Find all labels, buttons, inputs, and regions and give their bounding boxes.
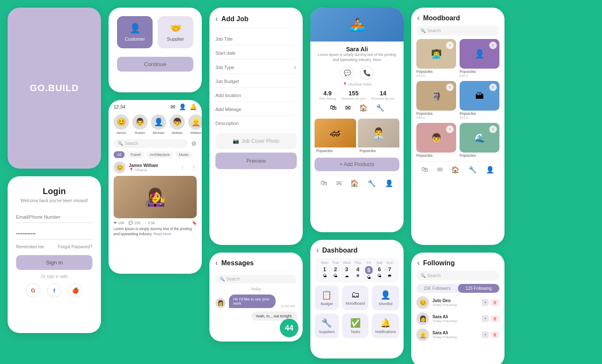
tag-architecture[interactable]: Architecture [146, 151, 173, 158]
moodboard-search[interactable]: 🔍 Search [416, 26, 499, 36]
start-date-input[interactable] [215, 50, 297, 56]
tab-followers[interactable]: 15K Followers [416, 284, 458, 293]
mood-nav-tools[interactable]: 🔧 [468, 166, 477, 174]
messages-back-button[interactable]: ‹ [215, 258, 218, 267]
preview-button[interactable]: Preview [215, 153, 297, 169]
profile-gallery: 🏎 Popsicles 👨‍💼 Popsicles [310, 119, 404, 154]
follow-del-btn-sara2[interactable]: 🗑 [491, 331, 499, 338]
mood-share-6[interactable]: ↑ [489, 125, 497, 133]
messages-search[interactable]: 🔍 Search [215, 275, 297, 283]
addjob-back-button[interactable]: ‹ [215, 14, 218, 23]
supplier-role-option[interactable]: 🤝 Supplier [158, 16, 193, 48]
cal-day-fri[interactable]: Fri 5 🌤 [365, 261, 372, 280]
job-cover-photo-button[interactable]: 📷 Job Cover Photo [215, 133, 297, 149]
dash-notifications[interactable]: 🔔 Notifications [372, 314, 399, 338]
mood-item-3[interactable]: 🗿 ↑ Popsicles £48.0 [416, 81, 456, 119]
envelope-tab[interactable]: ✉ [345, 104, 351, 112]
profile-more-link[interactable]: More [373, 58, 381, 62]
dash-moodboard[interactable]: 🗂 Moodboard [342, 286, 368, 310]
dash-suppliers[interactable]: 🔧 Suppliers [315, 314, 339, 338]
home-tab[interactable]: 🏠 [359, 104, 368, 112]
story-item-michael[interactable]: 👤 Michael [151, 114, 166, 135]
mood-share-3[interactable]: ↑ [446, 83, 454, 91]
moodboard-back-button[interactable]: ‹ [417, 14, 420, 22]
mood-nav-bag[interactable]: 🛍 [421, 166, 428, 174]
read-more-link[interactable]: Read More [153, 232, 171, 236]
customer-icon: 👤 [123, 23, 147, 34]
google-signin-button[interactable]: G [26, 283, 40, 297]
add-mileage-input[interactable] [215, 107, 297, 112]
mood-share-2[interactable]: ↑ [489, 42, 497, 49]
following-back-button[interactable]: ‹ [417, 258, 420, 267]
dash-budget[interactable]: 📋 Budget [315, 286, 339, 310]
forgot-password-link[interactable]: Forgot Password? [58, 245, 92, 249]
follow-avatar-sara1: 👩 [416, 312, 429, 325]
gallery-item-person[interactable]: 👨‍💼 Popsicles [358, 119, 399, 154]
job-title-input[interactable] [215, 36, 297, 42]
profile-chat-button[interactable]: 💬 [340, 66, 354, 80]
customer-role-option[interactable]: 👤 Customer [117, 16, 153, 48]
nav-user-icon[interactable]: 👤 [385, 179, 393, 187]
password-field[interactable] [16, 228, 92, 239]
add-products-button[interactable]: + Add Products [315, 158, 399, 171]
signin-button[interactable]: Sign in [16, 255, 92, 270]
mood-item-2[interactable]: 👤 ↑ Popsicles £30.0 [460, 39, 499, 78]
mood-share-5[interactable]: ↑ [446, 125, 454, 133]
mood-nav-envelope[interactable]: ✉ [437, 166, 443, 174]
follow-del-btn-sara1[interactable]: 🗑 [491, 315, 499, 322]
dashboard-back-button[interactable]: ‹ [316, 246, 319, 255]
follow-name-sara1: Sara Ali [432, 314, 457, 319]
story-item-william1[interactable]: 👦 William [170, 114, 185, 135]
nav-envelope-icon[interactable]: ✉ [336, 179, 342, 187]
mood-item-5[interactable]: 👦 ↑ Popsicles [416, 123, 456, 158]
tag-all[interactable]: All [114, 151, 125, 158]
post-menu-icon[interactable]: ⋮ [191, 164, 197, 171]
tag-music[interactable]: Music [176, 151, 192, 158]
follow-add-btn-sara2[interactable]: + [482, 331, 489, 338]
nav-home-icon[interactable]: 🏠 [350, 179, 359, 187]
dash-shortlist[interactable]: 👤 Shortlist [372, 286, 399, 310]
mood-item-6[interactable]: 🌊 ↑ Popsicles [460, 123, 499, 158]
mood-label-6: Popsicles [460, 153, 499, 158]
job-type-input[interactable] [215, 65, 293, 70]
follow-del-btn-juto[interactable]: 🗑 [491, 299, 499, 306]
continue-button[interactable]: Continue [117, 57, 193, 72]
bag-tab[interactable]: 🛍 [330, 104, 337, 112]
nav-bag-icon[interactable]: 🛍 [321, 179, 327, 187]
suppliers-icon: 🔧 [318, 318, 335, 328]
following-search[interactable]: 🔍 Search [416, 271, 499, 281]
apple-signin-button[interactable]: 🍎 [68, 283, 83, 297]
post-share-icon[interactable]: ↑ [181, 164, 184, 171]
gallery-item-car[interactable]: 🏎 Popsicles [315, 119, 356, 154]
feed-search-box[interactable]: 🔍 Search [114, 139, 188, 148]
mood-nav-home[interactable]: 🏠 [451, 166, 460, 174]
tools-tab[interactable]: 🔧 [376, 104, 385, 112]
dash-tasks[interactable]: ✅ Tasks [342, 314, 368, 338]
mood-item-4[interactable]: 🏔 ↑ Popsicles £13.0 [460, 81, 499, 119]
email-field[interactable] [16, 211, 92, 223]
story-item-james[interactable]: 😊 James [114, 114, 129, 135]
suppliers-label: Suppliers [318, 330, 335, 334]
feed-card: 12:34 ✉ 👤 🔔 😊 James 👨 Robert 👤 Michael 👦 [109, 100, 202, 274]
description-input[interactable] [215, 121, 297, 126]
supplier-label: Supplier [164, 36, 187, 42]
google-icon: G [31, 287, 35, 294]
tab-following[interactable]: 125 Following [458, 284, 499, 293]
filter-icon[interactable]: ⚙ [191, 140, 197, 147]
story-item-robert[interactable]: 👨 Robert [132, 114, 148, 135]
tag-travel[interactable]: Travel [127, 151, 144, 158]
msg1-time: 10:00 AM [281, 304, 295, 308]
job-budget-input[interactable] [215, 79, 297, 84]
profile-call-button[interactable]: 📞 [360, 66, 373, 80]
story-item-william2[interactable]: 👱 William [188, 114, 202, 135]
add-location-input[interactable] [215, 93, 297, 98]
post-bookmark-icon[interactable]: 🔖 [192, 221, 197, 225]
follow-add-btn-sara1[interactable]: + [482, 315, 489, 322]
mood-share-4[interactable]: ↑ [489, 83, 497, 91]
follow-add-btn-juto[interactable]: + [482, 299, 489, 306]
mood-share-1[interactable]: ↑ [446, 42, 454, 49]
mood-nav-user[interactable]: 👤 [486, 166, 494, 174]
nav-tools-icon[interactable]: 🔧 [368, 179, 376, 187]
mood-item-1[interactable]: 👨‍💻 ↑ Popsicles £16.0 [416, 39, 456, 78]
facebook-signin-button[interactable]: f [47, 283, 61, 297]
